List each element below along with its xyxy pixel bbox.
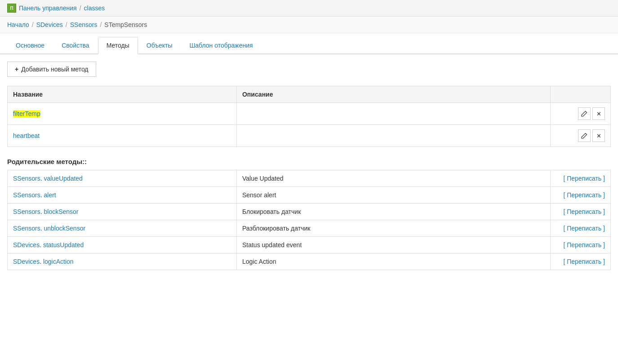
plus-icon: + bbox=[15, 66, 18, 73]
add-button-label: Добавить новый метод bbox=[21, 66, 88, 73]
parent-table-row: SDevices. statusUpdatedStatus updated ev… bbox=[8, 237, 611, 253]
override-link-2[interactable]: [ Переписать ] bbox=[563, 208, 605, 215]
parent-class-link-3[interactable]: SSensors bbox=[13, 225, 40, 232]
parent-table-row: SSensors. alertSensor alert[ Переписать … bbox=[8, 187, 611, 204]
parent-override-cell-3: [ Переписать ] bbox=[550, 220, 610, 237]
method-desc-1 bbox=[236, 125, 550, 147]
parent-table-row: SDevices. logicActionLogic Action[ Переп… bbox=[8, 253, 611, 270]
top-sep: / bbox=[80, 4, 81, 12]
method-actions-1: ✕ bbox=[550, 125, 610, 147]
edit-method-0[interactable] bbox=[578, 107, 591, 120]
method-desc-0 bbox=[236, 103, 550, 125]
override-link-0[interactable]: [ Переписать ] bbox=[563, 175, 605, 182]
parent-method-desc-0: Value Updated bbox=[236, 170, 550, 187]
top-bar: П Панель управления / classes bbox=[0, 0, 618, 17]
col-header-name: Название bbox=[8, 86, 237, 103]
parent-method-name-2: SSensors. blockSensor bbox=[8, 204, 237, 220]
parent-table-row: SSensors. valueUpdatedValue Updated[ Пер… bbox=[8, 170, 611, 187]
breadcrumb-item-0[interactable]: Начало bbox=[7, 21, 29, 28]
tab-bar: Основное Свойства Методы Объекты Шаблон … bbox=[0, 37, 618, 54]
parent-class-link-0[interactable]: SSensors bbox=[13, 175, 40, 182]
breadcrumb-item-3: STempSensors bbox=[104, 21, 147, 28]
parent-method-name-0: SSensors. valueUpdated bbox=[8, 170, 237, 187]
parent-method-desc-4: Status updated event bbox=[236, 237, 550, 253]
parent-class-link-1[interactable]: SSensors bbox=[13, 191, 40, 199]
parent-method-link-0[interactable]: valueUpdated bbox=[44, 175, 82, 182]
parent-override-cell-5: [ Переписать ] bbox=[550, 253, 610, 270]
tab-metody[interactable]: Методы bbox=[98, 37, 138, 54]
col-header-actions bbox=[550, 86, 610, 103]
parent-class-link-5[interactable]: SDevices bbox=[13, 258, 40, 265]
override-link-4[interactable]: [ Переписать ] bbox=[563, 241, 605, 249]
parent-method-desc-2: Блокировать датчик bbox=[236, 204, 550, 220]
tab-svojstva[interactable]: Свойства bbox=[53, 37, 98, 54]
methods-table: Название Описание filterTemp✕heartbeat✕ bbox=[7, 86, 611, 147]
parent-method-desc-5: Logic Action bbox=[236, 253, 550, 270]
breadcrumb-item-2[interactable]: SSensors bbox=[70, 21, 98, 28]
delete-method-0[interactable]: ✕ bbox=[592, 107, 605, 120]
parent-method-link-3[interactable]: unblockSensor bbox=[44, 225, 85, 232]
parent-override-cell-0: [ Переписать ] bbox=[550, 170, 610, 187]
parent-override-cell-4: [ Переписать ] bbox=[550, 237, 610, 253]
parent-method-link-4[interactable]: statusUpdated bbox=[43, 241, 84, 249]
parent-method-desc-3: Разблокировать датчик bbox=[236, 220, 550, 237]
parent-table-row: SSensors. blockSensorБлокировать датчик[… bbox=[8, 204, 611, 220]
parent-method-link-2[interactable]: blockSensor bbox=[44, 208, 78, 215]
parent-class-link-4[interactable]: SDevices bbox=[13, 241, 40, 249]
parent-override-cell-2: [ Переписать ] bbox=[550, 204, 610, 220]
table-row: filterTemp✕ bbox=[8, 103, 611, 125]
override-link-1[interactable]: [ Переписать ] bbox=[563, 191, 605, 199]
parent-method-link-1[interactable]: alert bbox=[44, 191, 56, 199]
method-name-1[interactable]: heartbeat bbox=[13, 132, 40, 139]
parent-override-cell-1: [ Переписать ] bbox=[550, 187, 610, 204]
parent-method-link-5[interactable]: logicAction bbox=[43, 258, 74, 265]
parent-method-name-4: SDevices. statusUpdated bbox=[8, 237, 237, 253]
parent-method-desc-1: Sensor alert bbox=[236, 187, 550, 204]
parent-methods-table: SSensors. valueUpdatedValue Updated[ Пер… bbox=[7, 170, 611, 270]
delete-method-1[interactable]: ✕ bbox=[592, 129, 605, 142]
parent-table-row: SSensors. unblockSensorРазблокировать да… bbox=[8, 220, 611, 237]
breadcrumb: Начало / SDevices / SSensors / STempSens… bbox=[0, 17, 618, 33]
parent-method-name-1: SSensors. alert bbox=[8, 187, 237, 204]
override-link-5[interactable]: [ Переписать ] bbox=[563, 258, 605, 265]
parent-class-link-2[interactable]: SSensors bbox=[13, 208, 40, 215]
method-name-0[interactable]: filterTemp bbox=[13, 110, 40, 117]
add-method-button[interactable]: + Добавить новый метод bbox=[7, 62, 96, 77]
tab-osnovnoe[interactable]: Основное bbox=[7, 37, 53, 54]
col-header-desc: Описание bbox=[236, 86, 550, 103]
tab-obekty[interactable]: Объекты bbox=[138, 37, 181, 54]
parent-section-title: Родительские методы:: bbox=[7, 158, 611, 165]
override-link-3[interactable]: [ Переписать ] bbox=[563, 225, 605, 232]
tab-shablon[interactable]: Шаблон отображения bbox=[181, 37, 262, 54]
content-area: + Добавить новый метод Название Описание… bbox=[0, 54, 618, 277]
table-row: heartbeat✕ bbox=[8, 125, 611, 147]
panel-link[interactable]: Панель управления bbox=[19, 4, 77, 12]
parent-method-name-3: SSensors. unblockSensor bbox=[8, 220, 237, 237]
classes-link[interactable]: classes bbox=[84, 4, 105, 12]
method-actions-0: ✕ bbox=[550, 103, 610, 125]
breadcrumb-item-1[interactable]: SDevices bbox=[36, 21, 63, 28]
panel-icon: П bbox=[7, 4, 16, 13]
edit-method-1[interactable] bbox=[578, 129, 591, 142]
parent-method-name-5: SDevices. logicAction bbox=[8, 253, 237, 270]
